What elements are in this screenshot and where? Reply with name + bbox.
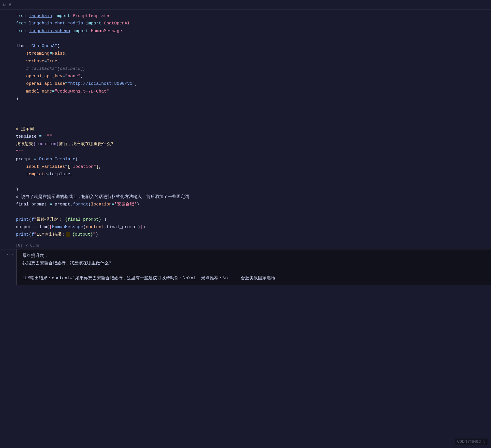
output-row: ··· 最终提升次： 我很想去安徽合肥旅行，我应该在哪里做什么? LLM输出结果… [0, 249, 491, 285]
collapse-arrow-icon[interactable]: ∨ [9, 2, 12, 7]
output-gutter: ··· [0, 249, 16, 285]
output-content: 最终提升次： 我很想去安徽合肥旅行，我应该在哪里做什么? LLM输出结果：con… [16, 249, 491, 285]
execution-time: 6.4s [30, 243, 39, 248]
watermark: CSDN @静谧之心 [455, 439, 488, 445]
notebook-container: ▷ ∨ from langchain import PromptTemplate… [0, 0, 491, 448]
code-cell-row: from langchain import PromptTemplate fro… [0, 9, 491, 242]
output-dots-icon: ··· [6, 252, 14, 257]
code-content: from langchain import PromptTemplate fro… [16, 12, 484, 239]
top-controls: ▷ ∨ [0, 0, 491, 9]
output-line-1: 最终提升次： [22, 252, 485, 260]
output-line-3: LLM输出结果：content='如果你想去安徽合肥旅行，这里有一些建议可以帮助… [22, 275, 485, 282]
output-line-2: 我很想去安徽合肥旅行，我应该在哪里做什么? [22, 260, 485, 267]
success-icon: ✓ [25, 243, 28, 248]
output-line-blank [22, 267, 485, 275]
cell-number: [8] [16, 243, 22, 248]
cell-gutter [0, 9, 16, 242]
status-row: [8] ✓ 6.4s [0, 242, 491, 249]
output-section: ··· 最终提升次： 我很想去安徽合肥旅行，我应该在哪里做什么? LLM输出结果… [0, 249, 491, 285]
code-block[interactable]: from langchain import PromptTemplate fro… [16, 9, 491, 242]
expand-arrow-icon[interactable]: ▷ [3, 2, 6, 7]
